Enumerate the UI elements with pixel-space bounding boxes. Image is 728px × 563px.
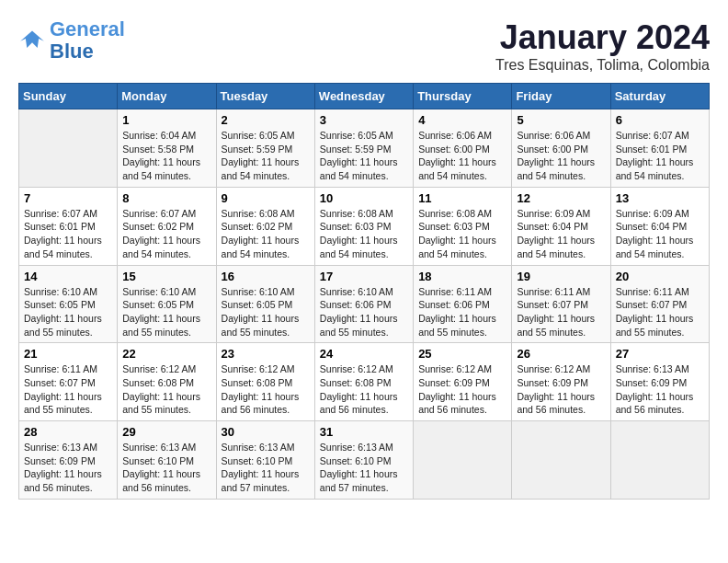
calendar-cell: 31Sunrise: 6:13 AMSunset: 6:10 PMDayligh… bbox=[314, 421, 413, 500]
calendar-cell bbox=[19, 109, 118, 188]
calendar-cell: 16Sunrise: 6:10 AMSunset: 6:05 PMDayligh… bbox=[216, 265, 314, 343]
day-number: 15 bbox=[122, 270, 210, 283]
day-number: 14 bbox=[24, 270, 112, 283]
calendar-cell: 5Sunrise: 6:06 AMSunset: 6:00 PMDaylight… bbox=[512, 109, 610, 188]
day-info: Sunrise: 6:12 AMSunset: 6:08 PMDaylight:… bbox=[222, 362, 310, 417]
day-number: 12 bbox=[517, 191, 605, 205]
day-number: 4 bbox=[418, 113, 506, 127]
day-info: Sunrise: 6:09 AMSunset: 6:04 PMDaylight:… bbox=[616, 207, 704, 261]
day-number: 20 bbox=[616, 270, 704, 283]
day-number: 30 bbox=[222, 425, 310, 439]
day-number: 18 bbox=[418, 270, 506, 283]
day-info: Sunrise: 6:12 AMSunset: 6:08 PMDaylight:… bbox=[320, 362, 408, 417]
calendar-header: SundayMondayTuesdayWednesdayThursdayFrid… bbox=[19, 84, 710, 109]
calendar-cell: 22Sunrise: 6:12 AMSunset: 6:08 PMDayligh… bbox=[118, 343, 216, 421]
calendar-cell: 3Sunrise: 6:05 AMSunset: 5:59 PMDaylight… bbox=[314, 109, 413, 188]
day-info: Sunrise: 6:13 AMSunset: 6:09 PMDaylight:… bbox=[616, 362, 704, 417]
day-info: Sunrise: 6:11 AMSunset: 6:07 PMDaylight:… bbox=[517, 285, 605, 339]
day-number: 13 bbox=[616, 191, 704, 205]
calendar-cell: 29Sunrise: 6:13 AMSunset: 6:10 PMDayligh… bbox=[118, 421, 216, 500]
calendar-cell bbox=[414, 421, 512, 500]
calendar-cell bbox=[512, 421, 610, 500]
calendar-cell: 10Sunrise: 6:08 AMSunset: 6:03 PMDayligh… bbox=[314, 187, 413, 265]
day-info: Sunrise: 6:05 AMSunset: 5:59 PMDaylight:… bbox=[320, 129, 408, 183]
day-info: Sunrise: 6:11 AMSunset: 6:07 PMDaylight:… bbox=[616, 285, 704, 339]
day-number: 23 bbox=[222, 347, 310, 361]
calendar-cell: 25Sunrise: 6:12 AMSunset: 6:09 PMDayligh… bbox=[414, 343, 512, 421]
calendar-cell: 20Sunrise: 6:11 AMSunset: 6:07 PMDayligh… bbox=[610, 265, 709, 343]
weekday-header-saturday: Saturday bbox=[610, 84, 709, 109]
calendar-week-4: 21Sunrise: 6:11 AMSunset: 6:07 PMDayligh… bbox=[19, 343, 710, 421]
day-info: Sunrise: 6:08 AMSunset: 6:03 PMDaylight:… bbox=[418, 207, 506, 261]
day-number: 9 bbox=[222, 191, 310, 205]
calendar-week-5: 28Sunrise: 6:13 AMSunset: 6:09 PMDayligh… bbox=[19, 421, 710, 500]
day-info: Sunrise: 6:04 AMSunset: 5:58 PMDaylight:… bbox=[122, 129, 210, 183]
day-number: 7 bbox=[24, 191, 112, 205]
day-info: Sunrise: 6:11 AMSunset: 6:07 PMDaylight:… bbox=[24, 362, 112, 417]
logo: General Blue bbox=[18, 18, 125, 63]
day-number: 19 bbox=[517, 270, 605, 283]
calendar-cell bbox=[610, 421, 709, 500]
calendar-cell: 8Sunrise: 6:07 AMSunset: 6:02 PMDaylight… bbox=[118, 187, 216, 265]
day-info: Sunrise: 6:11 AMSunset: 6:06 PMDaylight:… bbox=[418, 285, 506, 339]
day-number: 29 bbox=[122, 425, 210, 439]
calendar-week-1: 1Sunrise: 6:04 AMSunset: 5:58 PMDaylight… bbox=[19, 109, 710, 188]
day-number: 17 bbox=[320, 270, 408, 283]
day-number: 24 bbox=[320, 347, 408, 361]
calendar-cell: 6Sunrise: 6:07 AMSunset: 6:01 PMDaylight… bbox=[610, 109, 709, 188]
calendar-cell: 18Sunrise: 6:11 AMSunset: 6:06 PMDayligh… bbox=[414, 265, 512, 343]
day-number: 10 bbox=[320, 191, 408, 205]
calendar-cell: 27Sunrise: 6:13 AMSunset: 6:09 PMDayligh… bbox=[610, 343, 709, 421]
title-section: January 2024 Tres Esquinas, Tolima, Colo… bbox=[495, 18, 710, 74]
day-info: Sunrise: 6:06 AMSunset: 6:00 PMDaylight:… bbox=[517, 129, 605, 183]
weekday-header-tuesday: Tuesday bbox=[216, 84, 314, 109]
calendar-cell: 23Sunrise: 6:12 AMSunset: 6:08 PMDayligh… bbox=[216, 343, 314, 421]
day-info: Sunrise: 6:08 AMSunset: 6:03 PMDaylight:… bbox=[320, 207, 408, 261]
calendar-cell: 28Sunrise: 6:13 AMSunset: 6:09 PMDayligh… bbox=[19, 421, 118, 500]
day-info: Sunrise: 6:10 AMSunset: 6:05 PMDaylight:… bbox=[122, 285, 210, 339]
day-info: Sunrise: 6:07 AMSunset: 6:01 PMDaylight:… bbox=[616, 129, 704, 183]
calendar-cell: 17Sunrise: 6:10 AMSunset: 6:06 PMDayligh… bbox=[314, 265, 413, 343]
page-header: General Blue January 2024 Tres Esquinas,… bbox=[18, 18, 710, 74]
day-info: Sunrise: 6:10 AMSunset: 6:06 PMDaylight:… bbox=[320, 285, 408, 339]
calendar-cell: 19Sunrise: 6:11 AMSunset: 6:07 PMDayligh… bbox=[512, 265, 610, 343]
day-number: 22 bbox=[122, 347, 210, 361]
weekday-header-thursday: Thursday bbox=[414, 84, 512, 109]
day-number: 25 bbox=[418, 347, 506, 361]
calendar-cell: 24Sunrise: 6:12 AMSunset: 6:08 PMDayligh… bbox=[314, 343, 413, 421]
day-info: Sunrise: 6:13 AMSunset: 6:10 PMDaylight:… bbox=[320, 441, 408, 495]
calendar-table: SundayMondayTuesdayWednesdayThursdayFrid… bbox=[18, 83, 710, 500]
day-number: 16 bbox=[222, 270, 310, 283]
logo-icon bbox=[18, 29, 46, 52]
calendar-cell: 15Sunrise: 6:10 AMSunset: 6:05 PMDayligh… bbox=[118, 265, 216, 343]
calendar-cell: 2Sunrise: 6:05 AMSunset: 5:59 PMDaylight… bbox=[216, 109, 314, 188]
calendar-cell: 30Sunrise: 6:13 AMSunset: 6:10 PMDayligh… bbox=[216, 421, 314, 500]
day-number: 8 bbox=[122, 191, 210, 205]
calendar-cell: 1Sunrise: 6:04 AMSunset: 5:58 PMDaylight… bbox=[118, 109, 216, 188]
day-info: Sunrise: 6:07 AMSunset: 6:02 PMDaylight:… bbox=[122, 207, 210, 261]
calendar-week-3: 14Sunrise: 6:10 AMSunset: 6:05 PMDayligh… bbox=[19, 265, 710, 343]
day-info: Sunrise: 6:12 AMSunset: 6:08 PMDaylight:… bbox=[122, 362, 210, 417]
day-info: Sunrise: 6:08 AMSunset: 6:02 PMDaylight:… bbox=[222, 207, 310, 261]
calendar-cell: 14Sunrise: 6:10 AMSunset: 6:05 PMDayligh… bbox=[19, 265, 118, 343]
day-info: Sunrise: 6:05 AMSunset: 5:59 PMDaylight:… bbox=[222, 129, 310, 183]
day-info: Sunrise: 6:10 AMSunset: 6:05 PMDaylight:… bbox=[24, 285, 112, 339]
day-number: 2 bbox=[222, 113, 310, 127]
day-number: 3 bbox=[320, 113, 408, 127]
weekday-header-friday: Friday bbox=[512, 84, 610, 109]
day-info: Sunrise: 6:07 AMSunset: 6:01 PMDaylight:… bbox=[24, 207, 112, 261]
month-title: January 2024 bbox=[495, 18, 710, 57]
day-number: 21 bbox=[24, 347, 112, 361]
day-info: Sunrise: 6:12 AMSunset: 6:09 PMDaylight:… bbox=[418, 362, 506, 417]
day-info: Sunrise: 6:06 AMSunset: 6:00 PMDaylight:… bbox=[418, 129, 506, 183]
day-number: 28 bbox=[24, 425, 112, 439]
calendar-cell: 11Sunrise: 6:08 AMSunset: 6:03 PMDayligh… bbox=[414, 187, 512, 265]
day-info: Sunrise: 6:10 AMSunset: 6:05 PMDaylight:… bbox=[222, 285, 310, 339]
day-info: Sunrise: 6:13 AMSunset: 6:09 PMDaylight:… bbox=[24, 441, 112, 495]
day-number: 5 bbox=[517, 113, 605, 127]
calendar-body: 1Sunrise: 6:04 AMSunset: 5:58 PMDaylight… bbox=[19, 109, 710, 500]
weekday-header-wednesday: Wednesday bbox=[314, 84, 413, 109]
calendar-cell: 21Sunrise: 6:11 AMSunset: 6:07 PMDayligh… bbox=[19, 343, 118, 421]
day-number: 26 bbox=[517, 347, 605, 361]
calendar-cell: 12Sunrise: 6:09 AMSunset: 6:04 PMDayligh… bbox=[512, 187, 610, 265]
